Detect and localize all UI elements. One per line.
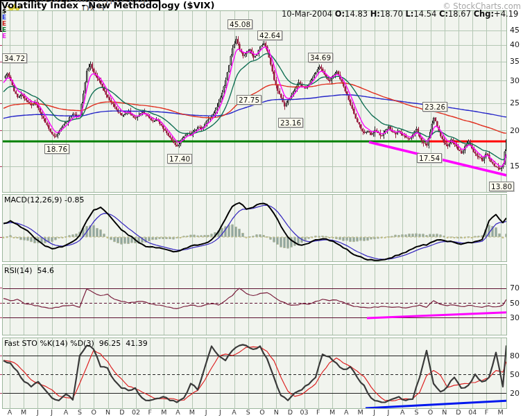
x-axis-month-label: M bbox=[354, 409, 367, 416]
price-annotation: 13.80 bbox=[489, 182, 514, 191]
price-annotation: 34.72 bbox=[2, 53, 27, 63]
x-axis-month-label: M bbox=[495, 409, 507, 416]
price-annotation: 18.76 bbox=[44, 144, 69, 154]
quote-key: L: bbox=[405, 9, 413, 19]
x-axis-month-label: M bbox=[326, 409, 338, 416]
y-axis-label-main: 15 bbox=[510, 162, 520, 170]
x-axis-month-label: J bbox=[46, 409, 58, 416]
y-axis-label-sto: 80 bbox=[510, 352, 520, 360]
y-axis-label-sto: 50 bbox=[510, 371, 520, 378]
stockcharts-vix-chart: Volatility Index - New Methodology ($VIX… bbox=[0, 0, 523, 420]
quote-value: 14.54 bbox=[413, 9, 439, 19]
quote-date: 10-Mar-2004 bbox=[282, 9, 335, 19]
y-axis-label-rsi: 50 bbox=[510, 299, 520, 307]
x-axis-month-label: M bbox=[17, 409, 30, 416]
y-axis-label-rsi: 70 bbox=[510, 284, 520, 292]
quote-value: 18.67 bbox=[448, 9, 474, 19]
x-axis-month-label: 02 bbox=[130, 409, 142, 416]
x-axis-month-label: A bbox=[60, 409, 72, 416]
x-axis-month-label: J bbox=[31, 409, 44, 416]
y-axis-label-main: 45 bbox=[510, 26, 520, 34]
x-axis-month-label: N bbox=[270, 409, 282, 416]
y-axis-label-main: 30 bbox=[510, 77, 520, 85]
x-axis-month-label: F bbox=[144, 409, 156, 416]
x-axis-month-label: F bbox=[312, 409, 325, 416]
x-axis-month-label: S bbox=[410, 409, 422, 416]
x-axis-month-label: N bbox=[102, 409, 114, 416]
price-annotation: 42.64 bbox=[257, 30, 282, 40]
quote-value: 18.70 bbox=[380, 9, 406, 19]
x-axis-month-label: S bbox=[74, 409, 86, 416]
quote-key: H: bbox=[370, 9, 380, 19]
x-axis-month-label: J bbox=[214, 409, 226, 416]
quote-value: 14.83 bbox=[345, 9, 370, 19]
x-axis-month-label: J bbox=[368, 409, 381, 416]
x-axis-month-label: M bbox=[157, 409, 170, 416]
y-axis-label-main: 20 bbox=[510, 127, 520, 134]
rsi-panel-label: RSI(14) 54.6 bbox=[4, 266, 54, 275]
y-axis-label-main: 35 bbox=[510, 58, 520, 65]
macd-panel-label: MACD(12,26,9) -0.85 bbox=[4, 195, 85, 204]
chart-canvas bbox=[0, 0, 523, 420]
x-axis-month-label: O bbox=[425, 409, 437, 416]
x-axis-month-label: N bbox=[438, 409, 451, 416]
price-annotation: 23.26 bbox=[422, 102, 447, 112]
x-axis-month-label: A bbox=[340, 409, 352, 416]
x-axis-month-label: A bbox=[3, 409, 16, 416]
price-annotation: 45.08 bbox=[228, 19, 252, 29]
x-axis-month-label: O bbox=[87, 409, 100, 416]
x-axis-month-label: A bbox=[172, 409, 185, 416]
x-axis-month-label: A bbox=[396, 409, 409, 416]
page-title: Volatility Index - New Methodology ($VIX… bbox=[1, 0, 215, 10]
y-axis-label-main: 25 bbox=[510, 99, 520, 107]
x-axis-month-label: 04 bbox=[466, 409, 479, 416]
price-annotation: 17.54 bbox=[417, 153, 442, 163]
quote-key: O: bbox=[335, 9, 345, 19]
y-axis-label-main: 40 bbox=[510, 41, 520, 49]
y-axis-label-sto: 20 bbox=[510, 390, 520, 397]
x-axis-month-label: S bbox=[242, 409, 255, 416]
x-axis-month-label: D bbox=[452, 409, 465, 416]
x-axis-month-label: A bbox=[228, 409, 241, 416]
sto-panel-label: Fast STO %K(14) %D(3) 96.25 41.39 bbox=[4, 339, 148, 348]
x-axis-month-label: F bbox=[481, 409, 493, 416]
quote-value: +4.19 bbox=[494, 9, 521, 19]
x-axis-month-label: J bbox=[200, 409, 212, 416]
price-annotation: 34.69 bbox=[308, 53, 333, 62]
price-annotation: 23.16 bbox=[278, 118, 303, 128]
quote-key: Chg: bbox=[474, 9, 494, 19]
x-axis-month-label: D bbox=[284, 409, 296, 416]
ohlc-quote-line: 10-Mar-2004 O:14.83 H:18.70 L:14.54 C:18… bbox=[282, 9, 521, 19]
x-axis-month-label: O bbox=[256, 409, 268, 416]
price-annotation: 27.75 bbox=[237, 95, 262, 105]
x-axis-month-label: M bbox=[186, 409, 198, 416]
x-axis-month-label: 03 bbox=[298, 409, 311, 416]
x-axis-month-label: D bbox=[116, 409, 128, 416]
quote-key: C: bbox=[439, 9, 448, 19]
legend-letter: E bbox=[2, 33, 6, 40]
y-axis-label-rsi: 30 bbox=[510, 314, 520, 322]
x-axis-month-label: J bbox=[382, 409, 395, 416]
price-annotation: 17.40 bbox=[167, 154, 192, 164]
